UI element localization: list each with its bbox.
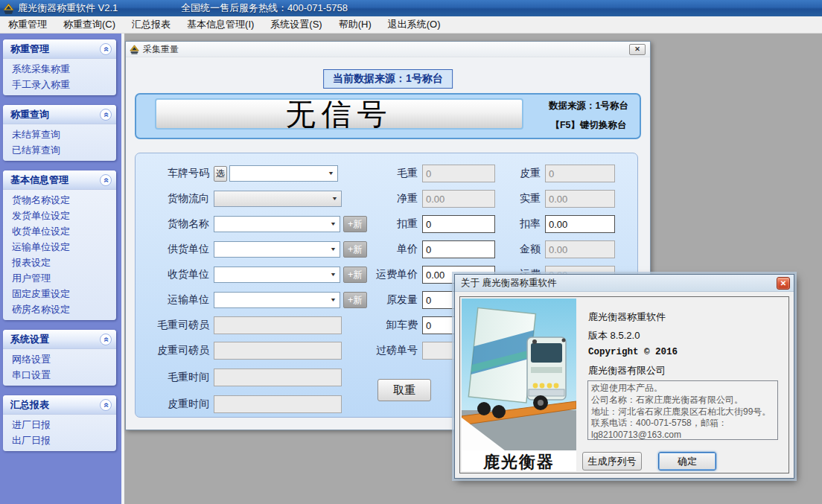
section-header-system-settings[interactable]: 系统设置 « xyxy=(3,330,116,349)
source-info: 数据来源：1号称台 【F5】键切换称台 xyxy=(538,100,639,138)
sidebar-item-shipper-unit[interactable]: 发货单位设定 xyxy=(3,208,116,223)
about-product-name: 鹿光衡器称重软件 xyxy=(588,310,666,324)
about-dialog: 关于 鹿光衡器称重软件 ✕ xyxy=(454,274,794,479)
sidebar-item-settled-query[interactable]: 已结算查询 xyxy=(3,142,116,158)
section-header-summary-report[interactable]: 汇总报表 « xyxy=(3,395,116,415)
source-line2: 【F5】键切换称台 xyxy=(538,119,639,132)
generate-serial-button[interactable]: 生成序列号 xyxy=(582,452,642,470)
signal-text: 无信号 xyxy=(286,99,393,129)
hotline-text: 全国统一售后服务热线：400-071-5758 xyxy=(181,1,348,15)
goods-combobox[interactable]: ▼ xyxy=(214,216,340,232)
about-version: 版本 8.5.2.0 xyxy=(588,329,640,342)
tare-row: 皮重 xyxy=(493,165,615,182)
brand-caption: 鹿光衡器 xyxy=(462,450,576,474)
menu-exit[interactable]: 退出系统(O) xyxy=(380,16,449,34)
deduct-label: 扣重 xyxy=(359,217,422,231)
sidebar-item-fixed-tare[interactable]: 固定皮重设定 xyxy=(3,286,116,302)
sidebar-item-outbound-daily[interactable]: 出厂日报 xyxy=(3,433,116,448)
data-source-banner: 当前数据来源：1号称台 xyxy=(323,69,453,89)
sidebar-item-network-settings[interactable]: 网络设置 xyxy=(3,351,116,367)
section-title: 基本信息管理 xyxy=(10,173,68,187)
chevron-down-icon: ▼ xyxy=(330,297,337,303)
choose-plate-button[interactable]: 选 xyxy=(214,166,227,182)
sidebar-item-goods-name[interactable]: 货物名称设定 xyxy=(3,192,116,208)
sidebar-item-manual-entry[interactable]: 手工录入称重 xyxy=(3,77,116,92)
sidebar-section-summary-report: 汇总报表 « 进厂日报 出厂日报 xyxy=(3,395,116,451)
sidebar-section-system-settings: 系统设置 « 网络设置 串口设置 xyxy=(3,330,116,386)
sidebar-item-unsettled-query[interactable]: 未结算查询 xyxy=(3,127,116,142)
capture-window-titlebar: 采集重量 ✕ xyxy=(126,42,650,57)
flow-label: 货物流向 xyxy=(136,192,214,205)
price-row: 单价 xyxy=(359,240,495,258)
gross-time-label: 毛重时间 xyxy=(136,371,214,384)
close-icon[interactable]: ✕ xyxy=(629,44,646,55)
sidebar: 称重管理 « 系统采集称重 手工录入称重 称重查询 « 未结算查询 已结算查询 xyxy=(0,34,121,504)
plate-combobox[interactable]: ▼ xyxy=(229,165,338,182)
sidebar-item-scale-house-name[interactable]: 磅房名称设定 xyxy=(3,302,116,317)
tare-operator-row: 皮重司磅员 xyxy=(136,342,342,360)
menu-weigh-manage[interactable]: 称重管理 xyxy=(0,16,55,34)
about-dialog-title: 关于 鹿光衡器称重软件 xyxy=(461,277,556,290)
collapse-icon[interactable]: « xyxy=(100,109,112,121)
sidebar-section-weigh-query: 称重查询 « 未结算查询 已结算查询 xyxy=(3,105,116,161)
close-icon[interactable]: ✕ xyxy=(777,277,790,290)
origin-label: 原发量 xyxy=(359,293,422,307)
price-label: 单价 xyxy=(359,243,422,256)
section-title: 系统设置 xyxy=(10,333,49,346)
gross-time-field xyxy=(214,369,342,386)
goods-row: 货物名称 ▼ +新 xyxy=(136,215,367,233)
ticket-label: 过磅单号 xyxy=(359,344,422,357)
deduct-field[interactable] xyxy=(422,215,495,233)
tare-time-row: 皮重时间 xyxy=(136,395,342,413)
sidebar-item-report-settings[interactable]: 报表设定 xyxy=(3,255,116,270)
rate-field[interactable] xyxy=(545,215,615,233)
supplier-combobox[interactable]: ▼ xyxy=(214,241,340,258)
collapse-icon[interactable]: « xyxy=(100,399,112,411)
gross-field xyxy=(422,165,495,182)
take-weight-button[interactable]: 取重 xyxy=(377,379,431,401)
sidebar-item-receiver-unit[interactable]: 收货单位设定 xyxy=(3,223,116,239)
tare-operator-field xyxy=(214,342,342,360)
chevron-down-icon: ▼ xyxy=(330,272,337,278)
actual-field xyxy=(545,190,615,208)
section-title: 称重查询 xyxy=(10,108,49,121)
menu-weigh-query[interactable]: 称重查询(C) xyxy=(55,16,124,34)
section-header-weigh-query[interactable]: 称重查询 « xyxy=(3,105,116,124)
net-label: 净重 xyxy=(359,192,422,205)
sidebar-item-inbound-daily[interactable]: 进厂日报 xyxy=(3,417,116,433)
menu-summary-report[interactable]: 汇总报表 xyxy=(124,16,179,34)
menu-help[interactable]: 帮助(H) xyxy=(331,16,380,34)
goods-label: 货物名称 xyxy=(136,217,214,231)
ok-button[interactable]: 确定 xyxy=(658,452,716,470)
section-header-basic-info[interactable]: 基本信息管理 « xyxy=(3,170,116,190)
tare-time-label: 皮重时间 xyxy=(136,398,214,411)
menu-basic-info[interactable]: 基本信息管理(I) xyxy=(179,16,262,34)
tare-time-field xyxy=(214,395,342,413)
transport-combobox[interactable]: ▼ xyxy=(214,292,340,308)
receiver-combobox[interactable]: ▼ xyxy=(214,267,340,283)
collapse-icon[interactable]: « xyxy=(100,43,112,55)
menubar: 称重管理 称重查询(C) 汇总报表 基本信息管理(I) 系统设置(S) 帮助(H… xyxy=(0,16,822,34)
price-field[interactable] xyxy=(422,240,495,258)
transport-row: 运输单位 ▼ +新 xyxy=(136,291,367,309)
sidebar-section-basic-info: 基本信息管理 « 货物名称设定 发货单位设定 收货单位设定 运输单位设定 报表设… xyxy=(3,170,116,320)
app-window: 鹿光衡器称重软件 V2.1 全国统一售后服务热线：400-071-5758 称重… xyxy=(0,0,822,504)
sidebar-item-user-manage[interactable]: 用户管理 xyxy=(3,270,116,286)
sidebar-item-system-capture[interactable]: 系统采集称重 xyxy=(3,61,116,77)
source-line1: 数据来源：1号称台 xyxy=(538,100,639,112)
gross-label: 毛重 xyxy=(359,167,422,180)
collapse-icon[interactable]: « xyxy=(100,174,112,186)
menu-system-settings[interactable]: 系统设置(S) xyxy=(262,16,330,34)
mdi-area: 采集重量 ✕ 当前数据来源：1号称台 无信号 数据来源：1号称台 【F5】键切换… xyxy=(121,34,822,504)
chevron-down-icon: ▼ xyxy=(330,246,337,252)
about-dialog-titlebar: 关于 鹿光衡器称重软件 ✕ xyxy=(455,275,794,292)
about-info-box: 欢迎使用本产品。 公司名称：石家庄鹿光衡器有限公司。 地址：河北省石家庄鹿泉区石… xyxy=(587,380,778,440)
tare-label: 皮重 xyxy=(493,167,545,180)
flow-combobox[interactable]: ▼ xyxy=(214,191,342,207)
collapse-icon[interactable]: « xyxy=(100,334,112,345)
sidebar-item-transport-unit[interactable]: 运输单位设定 xyxy=(3,239,116,255)
sidebar-item-serial-settings[interactable]: 串口设置 xyxy=(3,367,116,383)
capture-window-title: 采集重量 xyxy=(143,43,179,56)
section-header-weigh-manage[interactable]: 称重管理 « xyxy=(3,39,116,59)
rate-label: 扣率 xyxy=(493,217,545,231)
